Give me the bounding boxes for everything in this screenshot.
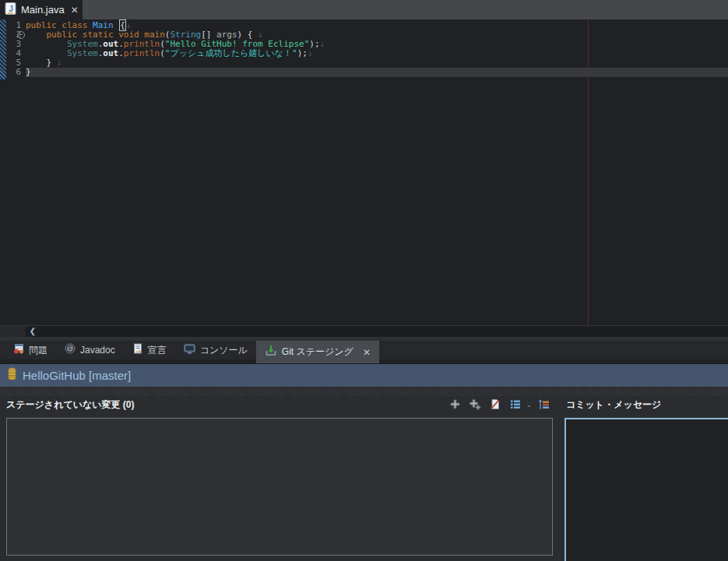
tab-label: 問題 [29,344,47,357]
console-icon [184,343,195,357]
token-method-call: println [124,48,160,58]
scrollbar-corner [0,326,26,337]
code-line-6-current: } [26,68,728,77]
section-texture [0,388,728,396]
svg-text:J: J [9,4,13,12]
tab-console[interactable]: コンソール [175,341,256,359]
staging-toolbar: ⌄ [448,398,550,411]
javadoc-icon: @ [65,343,76,357]
scroll-left-icon[interactable]: ❮ [26,326,40,337]
tab-label: 宣言 [148,344,167,357]
code-line-5: } ↓ [26,58,728,68]
token-string-japanese: "プッシュ成功したら嬉しいな！" [165,48,297,58]
tab-label: コンソール [200,344,248,357]
whitespace-marker: ↓ [51,58,62,68]
tab-label: Javadoc [80,345,115,356]
whitespace-marker: ↓ [320,39,325,49]
token-punct: } [26,67,31,77]
line-number: 6 [6,68,26,77]
eclipse-window: { "editor_tab": { "label": "Main.java" }… [0,0,728,561]
code-area[interactable]: public class Main {↓ public static void … [26,21,728,77]
token-punct: . [118,48,124,58]
token-punct: ( [160,48,165,58]
presentation-list-button[interactable] [508,398,522,411]
stage-selected-button[interactable] [448,398,462,411]
horizontal-scrollbar[interactable]: ❮ [0,325,728,337]
tab-javadoc[interactable]: @ Javadoc [56,341,124,359]
repository-header: HelloGitHub [master] [0,363,728,387]
unstaged-changes-title: ステージされていない変更 (0) [6,398,135,412]
close-icon[interactable]: ✕ [71,5,79,16]
code-editor[interactable]: 1 2 3 4 5 6 − public class Main {↓ publi… [0,19,728,337]
annotation-ruler [0,19,6,79]
whitespace-marker: ↓ [308,48,313,58]
tab-main-java[interactable]: J Main.java ✕ [0,0,83,19]
svg-text:@: @ [66,345,73,352]
commit-message-title: コミット・メッセージ [566,398,661,412]
close-icon[interactable]: ✕ [363,347,371,358]
fold-collapse-icon[interactable]: − [17,31,25,39]
token-class-ref: System [67,48,98,58]
unstaged-files-list[interactable] [6,418,553,556]
untrack-file-button[interactable] [488,398,502,411]
chevron-down-icon[interactable]: ⌄ [526,401,532,408]
bottom-view-tab-bar: 問題 @ Javadoc 宣言 コンソール Git ステージング ✕ [0,341,728,363]
token-static-field: out [103,48,118,58]
commit-message-input[interactable] [564,418,728,561]
java-file-icon: J [5,2,16,18]
repository-name: HelloGitHub [master] [23,369,131,382]
git-staging-icon [265,345,277,359]
repository-icon [8,367,16,384]
problems-icon [13,343,24,357]
tab-declaration[interactable]: 宣言 [124,341,175,359]
sort-compare-button[interactable] [536,398,550,411]
tab-git-staging[interactable]: Git ステージング ✕ [256,341,379,363]
tab-problems[interactable]: 問題 [5,341,56,359]
code-line-4: System.out.println("プッシュ成功したら嬉しいな！");↓ [26,49,728,58]
tab-label: Main.java [21,4,65,16]
token-punct: ); [297,48,308,58]
git-staging-view: ステージされていない変更 (0) ⌄ コミット・メッセージ [0,387,728,561]
editor-tab-bar: J Main.java ✕ [0,0,728,19]
line-number-gutter: 1 2 3 4 5 6 [6,21,26,77]
stage-all-button[interactable] [468,398,482,411]
tab-label: Git ステージング [282,345,353,359]
declaration-icon [132,343,143,357]
